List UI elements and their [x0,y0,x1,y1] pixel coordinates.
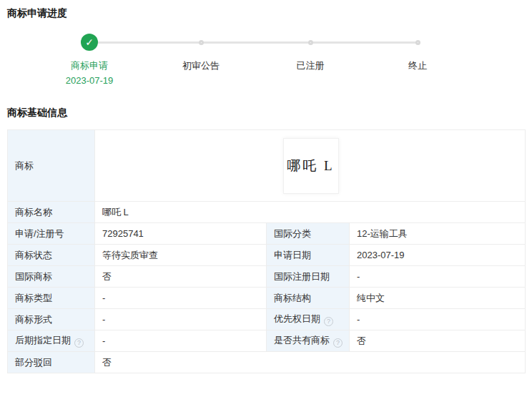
cell-value: 12-运输工具 [350,223,526,245]
table-row-type: 商标类型 - 商标结构 纯中文 [8,288,526,309]
table-row-later-designation: 后期指定日期? - 是否共有商标? 否 [8,330,526,352]
cell-label-text: 后期指定日期 [15,335,71,345]
cell-label: 国际分类 [267,223,350,245]
cell-label: 是否共有商标? [267,330,350,352]
cell-value: - [350,309,526,330]
basic-info-section-title: 商标基础信息 [7,107,532,118]
step-label: 终止 [368,60,468,72]
cell-value: 否 [95,266,267,288]
trademark-info-table: 商标 哪吒 L 商标名称 哪吒 L 申请/注册号 72925741 国际分类 1… [7,129,526,373]
cell-value: - [95,309,267,330]
cell-value: 否 [95,352,526,373]
cell-label: 商标类型 [8,288,95,309]
page: 商标申请进度 ✓ 商标申请 2023-07-19 初审公告 已注册 [0,0,532,373]
check-glyph: ✓ [85,37,94,47]
table-row-trademark-image: 商标 哪吒 L [8,130,526,202]
step-node-area [260,33,360,52]
cell-label: 国际注册日期 [267,266,350,288]
step-node-area [368,33,468,52]
step-label: 商标申请 [39,60,139,72]
cell-value: - [350,266,526,288]
table-row-form: 商标形式 - 优先权日期? - [8,309,526,330]
cell-trademark-image: 哪吒 L [95,130,526,202]
cell-label: 商标 [8,130,95,202]
cell-value: - [95,288,267,309]
pending-circle-icon [199,40,204,45]
step-label: 初审公告 [151,60,251,72]
cell-label: 部分驳回 [8,352,95,373]
step-node-area [151,33,251,52]
progress-section-title: 商标申请进度 [7,0,532,19]
pending-circle-icon [308,40,313,45]
cell-label: 国际商标 [8,266,95,288]
cell-value: 等待实质审查 [95,245,267,266]
cell-label: 商标名称 [8,202,95,223]
cell-value: 纯中文 [350,288,526,309]
step-terminated: 终止 [368,33,468,72]
table-row-partial-rejection: 部分驳回 否 [8,352,526,373]
step-date: 2023-07-19 [39,75,139,87]
cell-label: 优先权日期? [267,309,350,330]
cell-value: 2023-07-19 [350,245,526,266]
step-preliminary-publication: 初审公告 [151,33,251,72]
cell-label: 商标形式 [8,309,95,330]
table-row-international: 国际商标 否 国际注册日期 - [8,266,526,288]
help-icon[interactable]: ? [333,338,343,348]
cell-label: 后期指定日期? [8,330,95,352]
cell-label: 商标状态 [8,245,95,266]
help-icon[interactable]: ? [74,338,84,348]
step-trademark-application: ✓ 商标申请 2023-07-19 [39,33,139,87]
cell-value: 72925741 [95,223,267,245]
step-label: 已注册 [260,60,360,72]
trademark-image: 哪吒 L [283,138,339,194]
table-row-status: 商标状态 等待实质审查 申请日期 2023-07-19 [8,245,526,266]
help-icon[interactable]: ? [324,317,333,326]
check-icon: ✓ [81,34,98,51]
cell-value: 否 [350,330,526,352]
pending-circle-icon [415,40,420,45]
step-node-area: ✓ [39,33,139,52]
table-row-application-number: 申请/注册号 72925741 国际分类 12-运输工具 [8,223,526,245]
progress-stepper: ✓ 商标申请 2023-07-19 初审公告 已注册 终止 [0,19,532,88]
cell-label: 申请/注册号 [8,223,95,245]
cell-label: 商标结构 [267,288,350,309]
cell-label: 申请日期 [267,245,350,266]
cell-label-text: 是否共有商标 [274,335,330,345]
cell-value: - [95,330,267,352]
table-row-trademark-name: 商标名称 哪吒 L [8,202,526,223]
step-registered: 已注册 [260,33,360,72]
cell-value: 哪吒 L [95,202,526,223]
cell-label-text: 优先权日期 [274,313,320,324]
